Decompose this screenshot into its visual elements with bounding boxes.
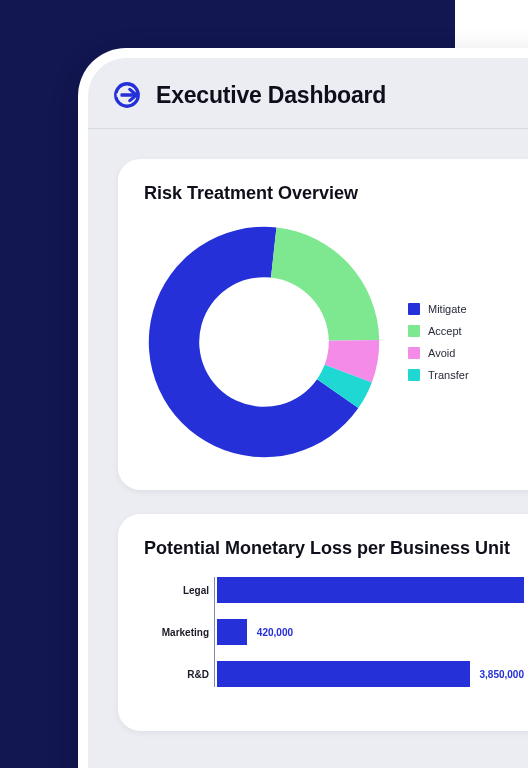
donut-chart <box>144 222 384 462</box>
legend-swatch <box>408 347 420 359</box>
legend-swatch <box>408 369 420 381</box>
legend-label: Mitigate <box>428 303 467 315</box>
device-frame: Executive Dashboard Risk Treatment Overv… <box>78 48 528 768</box>
bar <box>217 661 470 687</box>
bar-label: R&D <box>147 669 209 680</box>
monetary-loss-card: Potential Monetary Loss per Business Uni… <box>118 514 528 731</box>
bar <box>217 577 524 603</box>
content: Risk Treatment Overview MitigateAcceptAv… <box>88 129 528 731</box>
legend-label: Accept <box>428 325 462 337</box>
legend-item-avoid: Avoid <box>408 347 469 359</box>
header: Executive Dashboard <box>88 58 528 129</box>
legend-item-transfer: Transfer <box>408 369 469 381</box>
legend-swatch <box>408 303 420 315</box>
bar <box>217 619 247 645</box>
donut-segment-accept <box>271 227 379 340</box>
risk-treatment-card: Risk Treatment Overview MitigateAcceptAv… <box>118 159 528 490</box>
legend: MitigateAcceptAvoidTransfer <box>408 303 469 381</box>
legend-item-accept: Accept <box>408 325 469 337</box>
svg-rect-1 <box>117 93 121 97</box>
bar-value: 3,850,000 <box>480 669 525 680</box>
bar-row: Marketing420,000 <box>217 619 524 645</box>
legend-label: Transfer <box>428 369 469 381</box>
bar-value: 420,000 <box>257 627 293 638</box>
card-title: Potential Monetary Loss per Business Uni… <box>144 538 524 559</box>
bar-label: Marketing <box>147 627 209 638</box>
legend-item-mitigate: Mitigate <box>408 303 469 315</box>
bar-chart: LegalMarketing420,000R&D3,850,000 <box>144 577 524 687</box>
bar-row: Legal <box>217 577 524 603</box>
card-title: Risk Treatment Overview <box>144 183 524 204</box>
bar-label: Legal <box>147 585 209 596</box>
donut-row: MitigateAcceptAvoidTransfer <box>144 222 524 462</box>
page-title: Executive Dashboard <box>156 82 386 109</box>
legend-label: Avoid <box>428 347 455 359</box>
bar-row: R&D3,850,000 <box>217 661 524 687</box>
legend-swatch <box>408 325 420 337</box>
brand-logo-icon <box>112 80 142 110</box>
